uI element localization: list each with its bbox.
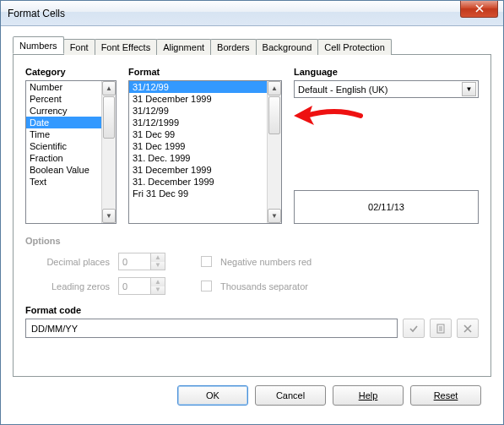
category-heading: Category <box>25 67 117 77</box>
check-icon <box>409 324 419 334</box>
leading-zeros-label: Leading zeros <box>25 281 110 292</box>
category-scrollbar[interactable]: ▲ ▼ <box>101 81 116 223</box>
format-item[interactable]: Fri 31 Dec 99 <box>129 188 267 199</box>
language-heading: Language <box>294 67 479 77</box>
format-listbox[interactable]: 31/12/99 31 December 1999 31/12/99 31/12… <box>128 80 282 224</box>
category-item-fraction[interactable]: Fraction <box>26 152 101 164</box>
apply-format-button[interactable] <box>403 319 425 338</box>
format-heading: Format <box>128 67 282 77</box>
category-item-boolean[interactable]: Boolean Value <box>26 164 101 176</box>
tab-numbers[interactable]: Numbers <box>13 36 64 54</box>
chevron-down-icon: ▼ <box>462 82 476 96</box>
language-selected-value: Default - English (UK) <box>298 84 387 95</box>
format-item[interactable]: 31/12/99 <box>129 81 267 93</box>
thousands-separator-label: Thousands separator <box>220 281 308 292</box>
category-item-number[interactable]: Number <box>26 81 101 93</box>
options-heading: Options <box>25 236 479 246</box>
tab-font-effects[interactable]: Font Effects <box>95 39 158 55</box>
scroll-thumb[interactable] <box>268 96 280 134</box>
format-item[interactable]: 31. December 1999 <box>129 176 267 188</box>
format-preview: 02/11/13 <box>294 190 479 224</box>
leading-zeros-input <box>119 281 148 292</box>
scroll-up-icon[interactable]: ▲ <box>102 81 116 95</box>
category-item-text[interactable]: Text <box>26 176 101 188</box>
negative-red-label: Negative numbers red <box>220 257 312 267</box>
category-item-time[interactable]: Time <box>26 128 101 140</box>
thousands-separator-checkbox <box>201 281 212 292</box>
decimal-places-input <box>119 257 148 267</box>
format-scrollbar[interactable]: ▲ ▼ <box>267 81 281 223</box>
format-item[interactable]: 31 Dec 1999 <box>129 140 267 152</box>
note-icon <box>436 324 446 334</box>
format-item[interactable]: 31/12/99 <box>129 105 267 117</box>
titlebar: Format Cells <box>1 1 503 26</box>
category-column: Category Number Percent Currency Date Ti… <box>25 67 117 224</box>
format-cells-dialog: Format Cells Numbers Font Font Effects A… <box>0 0 504 425</box>
spinner-buttons: ▲ ▼ <box>150 253 165 270</box>
category-listbox[interactable]: Number Percent Currency Date Time Scient… <box>25 80 117 224</box>
format-code-section: Format code <box>25 305 479 338</box>
options-section: Options Decimal places ▲ ▼ Negative numb… <box>25 236 479 302</box>
tab-borders[interactable]: Borders <box>210 39 257 55</box>
top-row: Category Number Percent Currency Date Ti… <box>25 67 479 224</box>
format-code-input[interactable] <box>25 319 398 338</box>
spin-down-icon: ▼ <box>151 286 165 295</box>
format-item[interactable]: 31 December 1999 <box>129 93 267 105</box>
format-column: Format 31/12/99 31 December 1999 31/12/9… <box>128 67 282 224</box>
category-item-percent[interactable]: Percent <box>26 93 101 105</box>
category-item-currency[interactable]: Currency <box>26 105 101 117</box>
dialog-button-row: OK Cancel Help Reset <box>13 377 491 417</box>
format-item[interactable]: 31/12/1999 <box>129 117 267 128</box>
tab-alignment[interactable]: Alignment <box>156 39 211 55</box>
negative-red-checkbox <box>201 256 212 267</box>
leading-zeros-spinner: ▲ ▼ <box>118 277 165 295</box>
scroll-up-icon[interactable]: ▲ <box>268 81 281 95</box>
scroll-down-icon[interactable]: ▼ <box>102 209 116 223</box>
reset-button[interactable]: Reset <box>410 385 481 406</box>
category-item-date[interactable]: Date <box>26 117 101 128</box>
x-icon <box>463 324 472 333</box>
spin-up-icon: ▲ <box>151 253 165 262</box>
decimal-places-label: Decimal places <box>25 257 110 267</box>
format-code-heading: Format code <box>25 305 479 315</box>
delete-format-button[interactable] <box>457 319 479 338</box>
close-icon <box>475 4 484 13</box>
preview-value: 02/11/13 <box>368 202 404 212</box>
tab-panel-numbers: Category Number Percent Currency Date Ti… <box>13 54 491 377</box>
scroll-down-icon[interactable]: ▼ <box>268 209 281 223</box>
tab-background[interactable]: Background <box>256 39 319 55</box>
spin-down-icon: ▼ <box>151 262 165 270</box>
cancel-button[interactable]: Cancel <box>255 385 326 406</box>
spinner-buttons: ▲ ▼ <box>150 278 165 294</box>
language-column: Language Default - English (UK) ▼ 02/11/… <box>294 67 479 224</box>
ok-button[interactable]: OK <box>177 385 248 406</box>
format-item[interactable]: 31 Dec 99 <box>129 128 267 140</box>
tab-font[interactable]: Font <box>63 39 95 55</box>
spin-up-icon: ▲ <box>151 278 165 286</box>
tab-strip: Numbers Font Font Effects Alignment Bord… <box>13 36 491 54</box>
scroll-thumb[interactable] <box>103 96 115 139</box>
tab-cell-protection[interactable]: Cell Protection <box>317 39 392 55</box>
close-button[interactable] <box>460 1 498 18</box>
help-button[interactable]: Help <box>333 385 404 406</box>
client-area: Numbers Font Font Effects Alignment Bord… <box>1 26 503 424</box>
format-item[interactable]: 31 December 1999 <box>129 164 267 176</box>
language-select[interactable]: Default - English (UK) ▼ <box>294 80 479 98</box>
window-title: Format Cells <box>8 8 460 19</box>
add-format-button[interactable] <box>430 319 452 338</box>
format-item[interactable]: 31. Dec. 1999 <box>129 152 267 164</box>
decimal-places-spinner: ▲ ▼ <box>118 253 165 270</box>
category-item-scientific[interactable]: Scientific <box>26 140 101 152</box>
